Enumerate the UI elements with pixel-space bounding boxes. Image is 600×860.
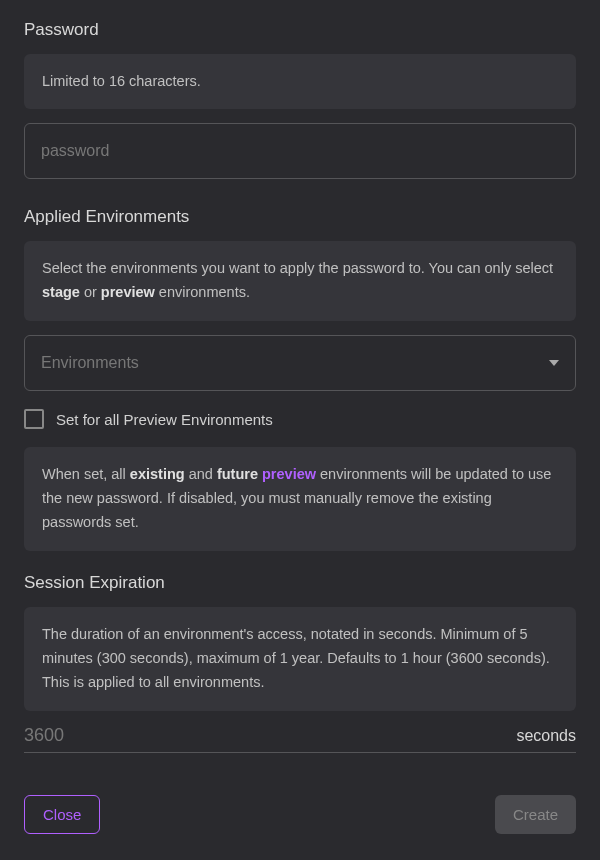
environments-hint-box: Select the environments you want to appl… — [24, 241, 576, 321]
create-button[interactable]: Create — [495, 795, 576, 834]
password-title: Password — [24, 20, 576, 40]
session-duration-row: seconds — [24, 725, 576, 753]
dialog-footer: Close Create — [24, 795, 576, 840]
env-hint-suffix: environments. — [155, 284, 250, 300]
env-hint-preview: preview — [101, 284, 155, 300]
environments-title: Applied Environments — [24, 207, 576, 227]
password-section: Password Limited to 16 characters. — [24, 20, 576, 199]
password-hint-box: Limited to 16 characters. — [24, 54, 576, 109]
password-input[interactable] — [24, 123, 576, 179]
preview-checkbox-label: Set for all Preview Environments — [56, 411, 273, 428]
preview-checkbox[interactable] — [24, 409, 44, 429]
environments-select[interactable]: Environments — [24, 335, 576, 391]
session-hint-box: The duration of an environment's access,… — [24, 607, 576, 711]
session-section: Session Expiration The duration of an en… — [24, 573, 576, 777]
preview-hint-future: future — [217, 466, 258, 482]
session-title: Session Expiration — [24, 573, 576, 593]
env-hint-or: or — [80, 284, 101, 300]
session-duration-input[interactable] — [24, 725, 516, 746]
environments-section: Applied Environments Select the environm… — [24, 207, 576, 565]
preview-hint-box: When set, all existing and future previe… — [24, 447, 576, 551]
preview-checkbox-row[interactable]: Set for all Preview Environments — [24, 409, 576, 429]
environments-select-placeholder: Environments — [41, 354, 139, 372]
preview-hint-existing: existing — [130, 466, 185, 482]
preview-hint-1: When set, all — [42, 466, 130, 482]
env-hint-prefix: Select the environments you want to appl… — [42, 260, 553, 276]
env-hint-stage: stage — [42, 284, 80, 300]
preview-link[interactable]: preview — [262, 466, 316, 482]
close-button[interactable]: Close — [24, 795, 100, 834]
session-duration-unit: seconds — [516, 727, 576, 745]
chevron-down-icon — [549, 360, 559, 366]
preview-hint-and: and — [185, 466, 217, 482]
